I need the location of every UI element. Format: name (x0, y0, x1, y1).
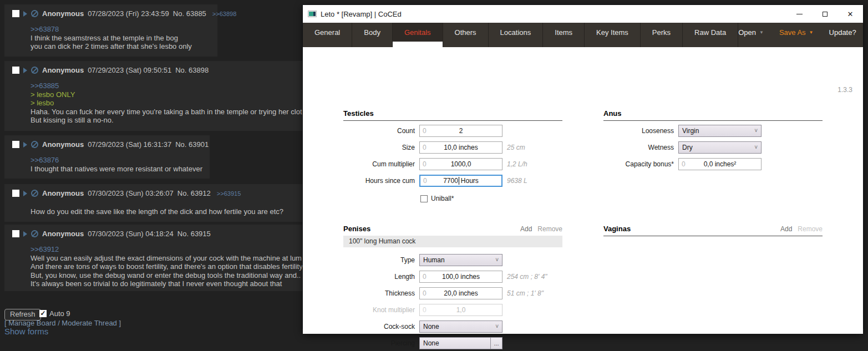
open-menu[interactable]: Open ▼ (738, 28, 764, 37)
chevron-down-icon: ▼ (809, 30, 814, 35)
thickness-row: Thickness 0 20,0 inches 51 cm ; 1' 8" (325, 287, 544, 299)
update-menu[interactable]: Update? (829, 28, 856, 37)
auto-label: Auto 9 (49, 309, 70, 318)
post-text-line: I think the seamstress at the temple in … (31, 34, 211, 43)
maximize-button[interactable] (812, 5, 837, 23)
cock-sock-dropdown[interactable]: None ˅ (419, 321, 502, 333)
tab-body[interactable]: Body (352, 23, 393, 47)
block-icon[interactable] (31, 190, 38, 197)
length-label: Length (325, 273, 415, 281)
post-datetime: 07/29/2023 (Sat) 09:50:51 (88, 66, 171, 74)
post-select-checkbox[interactable] (12, 67, 19, 74)
uniball-checkbox[interactable] (420, 195, 428, 202)
looseness-dropdown[interactable]: Virgin ˅ (678, 125, 762, 137)
cum-multiplier-input[interactable]: 0 1000,0 (419, 158, 502, 170)
penis-list-item[interactable]: 100" long Human cock (343, 236, 562, 247)
piercing-label: Piercing (325, 339, 415, 347)
title-bar[interactable]: Leto * [Revamp] | CoCEd ✕ (303, 5, 863, 23)
size-label: Size (325, 144, 415, 151)
window-title: Leto * [Revamp] | CoCEd (321, 10, 402, 18)
vagina-add-link[interactable]: Add (780, 225, 792, 233)
input-prefix: 0 (423, 306, 427, 314)
tab-key-items[interactable]: Key Items (585, 23, 641, 47)
collapse-arrow-icon[interactable] (23, 231, 27, 237)
post-header: Anonymous 07/29/2023 (Sat) 16:31:37 No. … (4, 135, 210, 149)
text-caret (459, 177, 459, 185)
hours-since-cum-label: Hours since cum (325, 177, 415, 185)
post-select-checkbox[interactable] (12, 230, 19, 237)
block-icon[interactable] (31, 67, 38, 74)
tab-raw-data[interactable]: Raw Data (683, 23, 738, 47)
manage-board-link[interactable]: Manage Board (8, 319, 55, 327)
collapse-arrow-icon[interactable] (23, 142, 27, 147)
input-prefix: 0 (423, 177, 427, 185)
capacity-bonus-label: Capacity bonus* (584, 160, 674, 168)
cock-sock-label: Cock-sock (325, 323, 415, 330)
penises-section-header: Penises Add Remove (343, 225, 562, 236)
auto-checkbox[interactable]: ✓ (39, 310, 47, 317)
piercing-browse-button[interactable]: ... (490, 337, 502, 349)
post-number[interactable]: No. 63901 (175, 140, 209, 149)
hours-since-cum-input[interactable]: 0 7700Hours (419, 175, 502, 187)
quote-link[interactable]: >>63876 (31, 156, 203, 165)
tab-others[interactable]: Others (443, 23, 489, 47)
collapse-arrow-icon[interactable] (23, 191, 27, 196)
anus-section-header: Anus (603, 109, 823, 121)
save-as-menu[interactable]: Save As ▼ (779, 28, 814, 37)
minimize-icon (796, 14, 803, 14)
thickness-input[interactable]: 0 20,0 inches (419, 287, 502, 299)
show-forms-link[interactable]: Show forms (4, 327, 48, 336)
input-value: 1000,0 (451, 160, 471, 168)
window-controls: ✕ (786, 5, 863, 23)
post-datetime: 07/29/2023 (Sat) 16:31:37 (88, 140, 171, 149)
tab-locations[interactable]: Locations (489, 23, 544, 47)
post-select-checkbox[interactable] (12, 10, 19, 17)
section-title: Anus (603, 109, 622, 118)
post-select-checkbox[interactable] (12, 190, 19, 197)
post-text-line: I thought that natives were more resista… (31, 165, 203, 174)
wetness-dropdown[interactable]: Dry ˅ (678, 141, 762, 154)
tab-items[interactable]: Items (543, 23, 585, 47)
cum-multiplier-label: Cum multiplier (325, 160, 415, 168)
post-reply-ref[interactable]: >>63898 (212, 11, 236, 17)
knot-multiplier-row: Knot multiplier 0 1,0 (325, 304, 502, 316)
close-icon: ✕ (847, 11, 854, 18)
penis-add-link[interactable]: Add (520, 225, 532, 233)
collapse-arrow-icon[interactable] (23, 11, 27, 17)
genitals-tab-content: 1.3.3 Testicles Count 0 2 Size 0 10,0 in… (303, 47, 863, 334)
size-input[interactable]: 0 10,0 inches (419, 141, 502, 154)
piercing-value-box[interactable]: None (419, 337, 490, 349)
thickness-hint: 51 cm ; 1' 8" (507, 289, 544, 297)
coced-window: Leto * [Revamp] | CoCEd ✕ General Body G… (302, 4, 864, 333)
post-number[interactable]: No. 63912 (177, 189, 211, 197)
input-prefix: 0 (423, 160, 427, 168)
post-number[interactable]: No. 63898 (175, 66, 209, 74)
collapse-arrow-icon[interactable] (23, 68, 27, 73)
block-icon[interactable] (31, 230, 38, 237)
tab-perks[interactable]: Perks (641, 23, 683, 47)
post-reply-ref[interactable]: >>63915 (217, 190, 241, 197)
chevron-down-icon: ˅ (495, 324, 499, 329)
input-prefix: 0 (423, 273, 427, 281)
dropdown-value: Human (423, 256, 445, 264)
minimize-button[interactable] (786, 5, 812, 23)
penis-remove-link[interactable]: Remove (537, 225, 562, 233)
post-number[interactable]: No. 63915 (177, 230, 211, 238)
dropdown-value: None (423, 323, 439, 330)
tab-general[interactable]: General (303, 23, 352, 47)
block-icon[interactable] (31, 10, 38, 17)
type-label: Type (325, 256, 415, 264)
moderate-thread-link[interactable]: Moderate Thread (62, 319, 117, 327)
post-select-checkbox[interactable] (12, 141, 19, 148)
quote-link[interactable]: >>63878 (31, 25, 211, 34)
length-input[interactable]: 0 100,0 inches (419, 271, 502, 283)
block-icon[interactable] (31, 141, 38, 148)
post-number[interactable]: No. 63885 (173, 9, 206, 18)
tab-genitals[interactable]: Genitals (393, 23, 443, 47)
count-input[interactable]: 0 2 (419, 125, 502, 137)
close-button[interactable]: ✕ (837, 5, 863, 23)
cum-multiplier-row: Cum multiplier 0 1000,0 1,2 L/h (325, 158, 527, 170)
capacity-bonus-input[interactable]: 0 0,0 inches² (678, 158, 762, 170)
input-prefix: 0 (423, 127, 427, 135)
type-dropdown[interactable]: Human ˅ (419, 254, 502, 266)
